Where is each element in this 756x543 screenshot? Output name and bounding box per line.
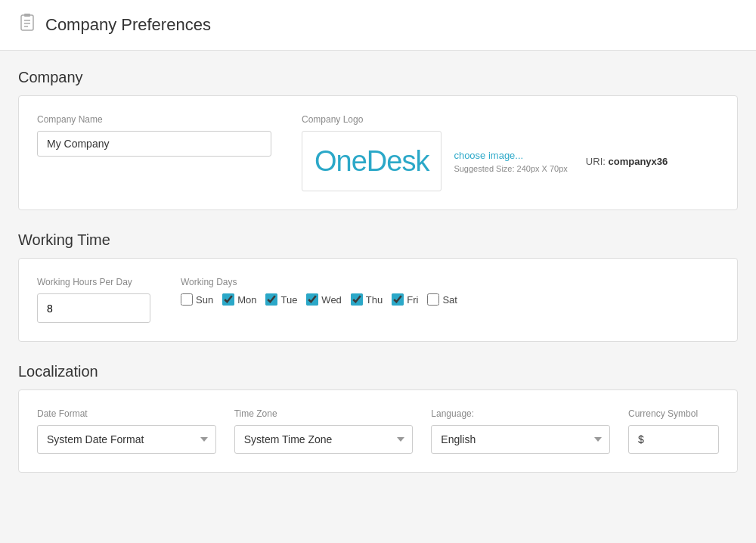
day-tue-checkbox[interactable] [265,293,277,306]
day-thu[interactable]: Thu [351,293,383,306]
logo-actions: choose image... Suggested Size: 240px X … [454,150,567,173]
uri-display: URI: companyx36 [580,155,668,167]
day-thu-label: Thu [366,294,383,306]
day-sat-label: Sat [442,294,457,306]
working-days-label: Working Days [181,277,457,287]
day-sun-checkbox[interactable] [181,293,193,306]
choose-image-link[interactable]: choose image... [454,150,567,161]
currency-input[interactable] [628,425,719,454]
working-time-section: Working Time Working Hours Per Day ▲ ▼ [18,231,738,342]
day-thu-checkbox[interactable] [351,293,363,306]
localization-card: Date Format System Date Format MM/DD/YYY… [18,389,738,473]
day-mon[interactable]: Mon [222,293,256,306]
company-form-group: Company Name Company Logo OneDesk choose… [37,114,719,191]
day-fri[interactable]: Fri [392,293,418,306]
timezone-label: Time Zone [234,408,414,419]
date-format-field: Date Format System Date Format MM/DD/YYY… [37,408,216,454]
hours-stepper: ▲ ▼ [37,293,150,323]
day-mon-label: Mon [237,294,256,306]
company-card: Company Name Company Logo OneDesk choose… [18,95,738,210]
day-wed-label: Wed [321,294,342,306]
company-section: Company Company Name Company Logo OneDes… [18,69,738,210]
page-header: Company Preferences [0,0,756,51]
day-mon-checkbox[interactable] [222,293,234,306]
company-section-title: Company [18,69,738,86]
days-row: Sun Mon Tue [181,293,457,306]
company-logo-label: Company Logo [302,114,668,125]
day-tue-label: Tue [280,294,297,306]
language-field: Language: English French Spanish German [431,408,610,454]
language-label: Language: [431,408,610,419]
localization-row: Date Format System Date Format MM/DD/YYY… [37,408,719,454]
svg-rect-0 [21,15,33,30]
day-sat[interactable]: Sat [427,293,457,306]
logo-container: OneDesk [302,131,442,191]
logo-text: OneDesk [314,145,429,178]
day-wed[interactable]: Wed [306,293,342,306]
uri-value: companyx36 [608,156,668,167]
date-format-label: Date Format [37,408,216,419]
localization-section: Localization Date Format System Date For… [18,363,738,473]
hours-field: Working Hours Per Day ▲ ▼ [37,277,150,323]
day-sat-checkbox[interactable] [427,293,439,306]
timezone-field: Time Zone System Time Zone UTC EST PST [234,408,414,454]
hours-input[interactable] [38,296,150,321]
day-fri-checkbox[interactable] [392,293,404,306]
day-sun-label: Sun [196,294,213,306]
day-wed-checkbox[interactable] [306,293,318,306]
hours-label: Working Hours Per Day [37,277,150,287]
suggested-size-text: Suggested Size: 240px X 70px [454,164,567,173]
working-time-card: Working Hours Per Day ▲ ▼ Working Days [18,258,738,342]
page-icon [18,14,36,36]
currency-field: Currency Symbol [628,408,719,454]
page-title: Company Preferences [45,15,211,35]
timezone-select[interactable]: System Time Zone UTC EST PST [234,425,414,454]
company-name-input[interactable] [37,131,271,157]
currency-label: Currency Symbol [628,408,719,419]
uri-prefix: URI: companyx36 [586,156,668,167]
localization-title: Localization [18,363,738,380]
working-days-field: Working Days Sun Mon [181,277,457,306]
language-select[interactable]: English French Spanish German [431,425,610,454]
company-name-label: Company Name [37,114,271,125]
working-time-row: Working Hours Per Day ▲ ▼ Working Days [37,277,719,323]
company-logo-field: Company Logo OneDesk choose image... Sug… [302,114,668,191]
day-tue[interactable]: Tue [265,293,297,306]
svg-rect-1 [24,14,30,17]
logo-section: OneDesk choose image... Suggested Size: … [302,131,668,191]
working-time-title: Working Time [18,231,738,249]
day-sun[interactable]: Sun [181,293,213,306]
date-format-select[interactable]: System Date Format MM/DD/YYYY DD/MM/YYYY… [37,425,216,454]
day-fri-label: Fri [407,294,418,306]
company-name-field: Company Name [37,114,271,157]
